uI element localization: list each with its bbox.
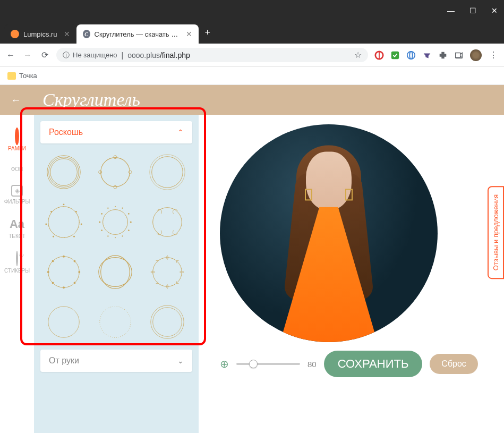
nav-forward-icon[interactable]: →	[22, 50, 33, 60]
favicon-icon	[11, 30, 19, 38]
frame-option[interactable]	[92, 199, 139, 245]
media-icon[interactable]	[454, 50, 464, 60]
folder-icon	[7, 72, 16, 80]
side-tab-label: СТИКЕРЫ	[4, 268, 30, 274]
app-title: Скруглитель	[42, 90, 140, 110]
svg-point-44	[152, 258, 182, 287]
extension-puzzle-icon[interactable]	[438, 50, 448, 60]
svg-point-9	[150, 155, 185, 190]
text-icon: Aa	[10, 217, 24, 231]
svg-point-46	[100, 307, 131, 338]
svg-point-3	[409, 51, 412, 58]
svg-point-30	[101, 213, 103, 215]
tab-close-icon[interactable]: ✕	[64, 30, 70, 38]
canvas-area: ⊕ 80 СОХРАНИТЬ Сброс	[199, 115, 504, 433]
category-header-expanded[interactable]: Роскошь ⌃	[40, 121, 192, 143]
frame-option[interactable]	[144, 249, 191, 295]
url-input[interactable]: ⓘ Не защищено | oooo.plus/final.php ☆	[56, 48, 368, 62]
zoom-slider[interactable]	[236, 363, 300, 365]
svg-point-20	[115, 206, 116, 207]
side-tab-label: ТЕКСТ	[8, 233, 25, 239]
svg-point-31	[108, 208, 109, 209]
bookmark-item[interactable]: Точка	[7, 72, 37, 80]
svg-point-14	[81, 223, 82, 225]
svg-point-16	[53, 236, 54, 237]
save-button[interactable]: СОХРАНИТЬ	[324, 351, 423, 377]
tab-title: Скруглитель — скачать круглук	[95, 30, 180, 38]
slider-thumb[interactable]	[249, 360, 258, 368]
chevron-down-icon: ⌄	[177, 356, 184, 365]
frame-option[interactable]	[144, 149, 191, 196]
svg-point-29	[99, 221, 101, 223]
maximize-button[interactable]: ☐	[469, 6, 476, 15]
svg-point-35	[74, 260, 76, 262]
side-tab-stickers[interactable]: СТИКЕРЫ	[0, 245, 34, 280]
back-arrow-icon[interactable]: ←	[11, 94, 21, 106]
extension-icon[interactable]	[374, 50, 384, 60]
reset-button[interactable]: Сброс	[430, 354, 478, 374]
new-tab-button[interactable]: +	[199, 27, 217, 38]
side-tab-filters[interactable]: ФИЛЬТРЫ	[0, 179, 34, 211]
category-label: От руки	[49, 356, 79, 366]
favicon-icon: C	[83, 30, 90, 38]
svg-point-43	[101, 256, 130, 288]
side-tab-frames[interactable]: РАМКИ	[0, 123, 34, 158]
browser-tab-inactive[interactable]: Lumpics.ru ✕	[4, 24, 76, 44]
category-label: Роскошь	[49, 128, 83, 137]
tab-title: Lumpics.ru	[23, 30, 57, 38]
bookmark-label: Точка	[19, 72, 37, 80]
svg-rect-1	[391, 51, 399, 58]
frame-option[interactable]	[144, 299, 191, 345]
svg-point-47	[150, 305, 183, 338]
extension-icon[interactable]	[406, 50, 416, 60]
zoom-in-icon[interactable]: ⊕	[220, 358, 229, 370]
svg-point-19	[103, 210, 128, 235]
bookmarks-bar: Точка	[0, 67, 504, 85]
frame-option[interactable]	[40, 199, 87, 245]
frame-option[interactable]	[40, 249, 87, 295]
minimize-button[interactable]: —	[447, 6, 455, 15]
zoom-value: 80	[307, 360, 317, 369]
profile-avatar[interactable]	[470, 49, 482, 61]
svg-point-37	[74, 282, 76, 284]
bookmark-star-icon[interactable]: ☆	[354, 50, 362, 60]
extensions-row: ⋮	[374, 49, 499, 61]
svg-point-13	[75, 211, 77, 213]
browser-tab-active[interactable]: C Скруглитель — скачать круглук ✕	[76, 24, 199, 44]
extension-icon[interactable]	[390, 50, 400, 60]
url-text: oooo.plus/final.php	[127, 51, 190, 60]
menu-icon[interactable]: ⋮	[488, 50, 499, 60]
side-tab-text[interactable]: Aa ТЕКСТ	[0, 211, 34, 245]
svg-point-32	[152, 208, 182, 237]
frame-option[interactable]	[92, 249, 139, 295]
svg-point-8	[151, 157, 183, 188]
frame-option[interactable]	[144, 199, 191, 245]
extension-icon[interactable]	[422, 50, 432, 60]
frame-option[interactable]	[40, 149, 87, 196]
security-indicator[interactable]: ⓘ Не защищено	[63, 50, 117, 60]
svg-point-4	[47, 156, 80, 189]
nav-back-icon[interactable]: ←	[5, 50, 16, 60]
tab-close-icon[interactable]: ✕	[186, 30, 192, 38]
svg-point-2	[407, 51, 415, 58]
svg-point-36	[78, 271, 80, 273]
preview-image[interactable]	[220, 124, 438, 342]
svg-point-28	[101, 230, 103, 231]
side-tab-label: ФОН	[11, 166, 23, 172]
close-button[interactable]: ✕	[491, 6, 498, 15]
window-controls: — ☐ ✕	[447, 6, 498, 15]
frame-option[interactable]	[92, 149, 139, 196]
frame-option[interactable]	[92, 299, 139, 345]
url-separator: |	[122, 51, 124, 60]
frame-option[interactable]	[40, 299, 87, 345]
svg-point-21	[122, 208, 123, 209]
category-header-collapsed[interactable]: От руки ⌄	[40, 350, 192, 372]
svg-point-40	[47, 271, 49, 273]
side-tab-label: ФИЛЬТРЫ	[4, 199, 30, 205]
svg-point-15	[73, 236, 75, 237]
svg-point-39	[52, 282, 54, 284]
reload-icon[interactable]: ⟳	[39, 50, 50, 60]
feedback-tab[interactable]: Отзывы и предложения	[488, 186, 504, 279]
side-tab-background[interactable]: ФОН	[0, 158, 34, 179]
frames-grid	[40, 149, 192, 345]
